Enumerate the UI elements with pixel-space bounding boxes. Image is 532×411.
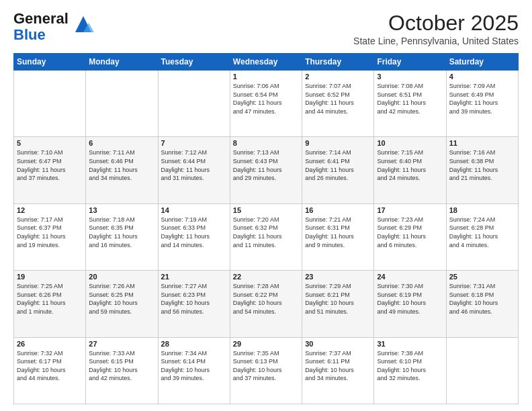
day-info-27: Sunrise: 7:33 AMSunset: 6:15 PMDaylight:… [89,349,154,383]
cell-w0-d3: 1Sunrise: 7:06 AMSunset: 6:54 PMDaylight… [230,71,302,137]
day-number-11: 11 [449,139,515,147]
week-row-1: 5Sunrise: 7:10 AMSunset: 6:47 PMDaylight… [14,137,519,203]
day-number-30: 30 [305,340,371,348]
day-number-13: 13 [89,206,154,214]
cell-w2-d0: 12Sunrise: 7:17 AMSunset: 6:37 PMDayligh… [14,203,86,270]
day-info-1: Sunrise: 7:06 AMSunset: 6:54 PMDaylight:… [233,82,299,116]
day-info-14: Sunrise: 7:19 AMSunset: 6:33 PMDaylight:… [161,216,227,249]
title-block: October 2025 State Line, Pennsylvania, U… [353,11,519,46]
day-info-31: Sunrise: 7:38 AMSunset: 6:10 PMDaylight:… [377,349,443,383]
day-info-6: Sunrise: 7:11 AMSunset: 6:46 PMDaylight:… [89,148,154,182]
cell-w0-d6: 4Sunrise: 7:09 AMSunset: 6:49 PMDaylight… [446,71,518,137]
day-number-26: 26 [17,340,83,348]
day-info-30: Sunrise: 7:37 AMSunset: 6:11 PMDaylight:… [305,349,371,383]
page: General Blue October 2025 State Line, Pe… [0,0,532,411]
day-info-3: Sunrise: 7:08 AMSunset: 6:51 PMDaylight:… [377,82,443,116]
cell-w3-d0: 19Sunrise: 7:25 AMSunset: 6:26 PMDayligh… [14,271,86,337]
cell-w4-d1: 27Sunrise: 7:33 AMSunset: 6:15 PMDayligh… [86,337,158,404]
cell-w1-d2: 7Sunrise: 7:12 AMSunset: 6:44 PMDaylight… [158,137,230,203]
day-number-12: 12 [17,206,83,214]
day-info-8: Sunrise: 7:13 AMSunset: 6:43 PMDaylight:… [233,148,299,182]
day-number-19: 19 [17,273,83,281]
day-number-21: 21 [161,273,227,281]
day-info-28: Sunrise: 7:34 AMSunset: 6:14 PMDaylight:… [161,349,227,383]
day-number-17: 17 [377,206,443,214]
cell-w3-d3: 22Sunrise: 7:28 AMSunset: 6:22 PMDayligh… [230,271,302,337]
cell-w4-d6 [446,337,518,404]
cell-w3-d5: 24Sunrise: 7:30 AMSunset: 6:19 PMDayligh… [374,271,446,337]
day-info-9: Sunrise: 7:14 AMSunset: 6:41 PMDaylight:… [305,148,371,182]
cell-w2-d2: 14Sunrise: 7:19 AMSunset: 6:33 PMDayligh… [158,203,230,270]
cell-w3-d4: 23Sunrise: 7:29 AMSunset: 6:21 PMDayligh… [302,271,374,337]
day-info-2: Sunrise: 7:07 AMSunset: 6:52 PMDaylight:… [305,82,371,116]
cell-w0-d1 [86,71,158,137]
col-saturday: Saturday [446,54,518,71]
day-number-7: 7 [161,139,227,147]
col-monday: Monday [86,54,158,71]
day-number-1: 1 [233,73,299,81]
day-info-13: Sunrise: 7:18 AMSunset: 6:35 PMDaylight:… [89,216,154,249]
col-sunday: Sunday [14,54,86,71]
logo: General Blue [13,11,94,43]
cell-w0-d0 [14,71,86,137]
day-info-19: Sunrise: 7:25 AMSunset: 6:26 PMDaylight:… [17,282,83,316]
cell-w1-d6: 11Sunrise: 7:16 AMSunset: 6:38 PMDayligh… [446,137,518,203]
cell-w4-d2: 28Sunrise: 7:34 AMSunset: 6:14 PMDayligh… [158,337,230,404]
logo-blue: Blue [13,26,46,43]
cell-w1-d3: 8Sunrise: 7:13 AMSunset: 6:43 PMDaylight… [230,137,302,203]
day-info-25: Sunrise: 7:31 AMSunset: 6:18 PMDaylight:… [449,282,515,316]
day-info-18: Sunrise: 7:24 AMSunset: 6:28 PMDaylight:… [449,216,515,249]
cell-w2-d1: 13Sunrise: 7:18 AMSunset: 6:35 PMDayligh… [86,203,158,270]
day-info-7: Sunrise: 7:12 AMSunset: 6:44 PMDaylight:… [161,148,227,182]
col-friday: Friday [374,54,446,71]
calendar-table: Sunday Monday Tuesday Wednesday Thursday… [13,53,519,404]
day-info-12: Sunrise: 7:17 AMSunset: 6:37 PMDaylight:… [17,216,83,249]
day-info-15: Sunrise: 7:20 AMSunset: 6:32 PMDaylight:… [233,216,299,249]
cell-w2-d6: 18Sunrise: 7:24 AMSunset: 6:28 PMDayligh… [446,203,518,270]
cell-w2-d4: 16Sunrise: 7:21 AMSunset: 6:31 PMDayligh… [302,203,374,270]
day-info-17: Sunrise: 7:23 AMSunset: 6:29 PMDaylight:… [377,216,443,249]
day-number-14: 14 [161,206,227,214]
day-number-22: 22 [233,273,299,281]
day-number-10: 10 [377,139,443,147]
logo-icon [73,13,94,35]
cell-w1-d4: 9Sunrise: 7:14 AMSunset: 6:41 PMDaylight… [302,137,374,203]
day-number-2: 2 [305,73,371,81]
day-info-11: Sunrise: 7:16 AMSunset: 6:38 PMDaylight:… [449,148,515,182]
day-number-4: 4 [449,73,515,81]
cell-w0-d2 [158,71,230,137]
day-info-4: Sunrise: 7:09 AMSunset: 6:49 PMDaylight:… [449,82,515,116]
cell-w3-d2: 21Sunrise: 7:27 AMSunset: 6:23 PMDayligh… [158,271,230,337]
day-number-8: 8 [233,139,299,147]
day-number-25: 25 [449,273,515,281]
day-info-10: Sunrise: 7:15 AMSunset: 6:40 PMDaylight:… [377,148,443,182]
day-info-21: Sunrise: 7:27 AMSunset: 6:23 PMDaylight:… [161,282,227,316]
day-number-6: 6 [89,139,154,147]
cell-w4-d0: 26Sunrise: 7:32 AMSunset: 6:17 PMDayligh… [14,337,86,404]
calendar-body: 1Sunrise: 7:06 AMSunset: 6:54 PMDaylight… [14,71,519,404]
day-number-27: 27 [89,340,154,348]
cell-w3-d6: 25Sunrise: 7:31 AMSunset: 6:18 PMDayligh… [446,271,518,337]
cell-w0-d4: 2Sunrise: 7:07 AMSunset: 6:52 PMDaylight… [302,71,374,137]
page-subtitle: State Line, Pennsylvania, United States [353,36,519,46]
week-row-0: 1Sunrise: 7:06 AMSunset: 6:54 PMDaylight… [14,71,519,137]
day-number-20: 20 [89,273,154,281]
day-number-9: 9 [305,139,371,147]
day-info-24: Sunrise: 7:30 AMSunset: 6:19 PMDaylight:… [377,282,443,316]
day-number-28: 28 [161,340,227,348]
day-info-5: Sunrise: 7:10 AMSunset: 6:47 PMDaylight:… [17,148,83,182]
week-row-4: 26Sunrise: 7:32 AMSunset: 6:17 PMDayligh… [14,337,519,404]
day-number-15: 15 [233,206,299,214]
week-row-2: 12Sunrise: 7:17 AMSunset: 6:37 PMDayligh… [14,203,519,270]
header: General Blue October 2025 State Line, Pe… [13,11,519,46]
logo-general: General [13,10,69,27]
week-row-3: 19Sunrise: 7:25 AMSunset: 6:26 PMDayligh… [14,271,519,337]
col-thursday: Thursday [302,54,374,71]
cell-w1-d1: 6Sunrise: 7:11 AMSunset: 6:46 PMDaylight… [86,137,158,203]
col-wednesday: Wednesday [230,54,302,71]
day-number-16: 16 [305,206,371,214]
cell-w4-d5: 31Sunrise: 7:38 AMSunset: 6:10 PMDayligh… [374,337,446,404]
page-title: October 2025 [353,11,519,36]
cell-w4-d3: 29Sunrise: 7:35 AMSunset: 6:13 PMDayligh… [230,337,302,404]
day-number-31: 31 [377,340,443,348]
